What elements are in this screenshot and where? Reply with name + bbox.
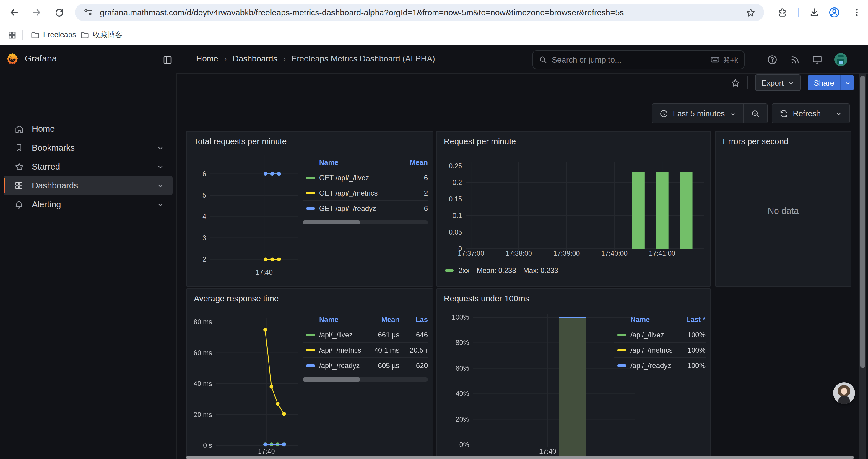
news-button[interactable] [788, 53, 801, 66]
panel-title[interactable]: Requests under 100ms [444, 294, 529, 303]
time-range-picker[interactable]: Last 5 minutes [652, 104, 743, 123]
bookmark-star-icon[interactable] [746, 7, 756, 18]
legend-row[interactable]: GET /api/_/metrics2 [303, 186, 428, 201]
kiosk-mode-button[interactable] [811, 53, 824, 66]
apps-grid-icon [7, 30, 16, 39]
legend-scrollbar[interactable] [303, 378, 428, 382]
legend-row[interactable]: /api/_/livez100% [614, 327, 706, 342]
svg-text:0.1: 0.1 [453, 212, 462, 220]
url-input[interactable]: grafana.mathmast.com/d/deytv4rwavabkb/fr… [100, 8, 746, 17]
user-avatar[interactable] [834, 53, 847, 66]
svg-text:17:37:00: 17:37:00 [458, 250, 484, 257]
forward-button[interactable] [30, 5, 44, 20]
monitor-icon [812, 54, 823, 65]
panel-title[interactable]: Average response time [194, 294, 279, 303]
svg-text:80%: 80% [456, 339, 469, 347]
extensions-button[interactable] [775, 5, 789, 20]
folder-icon [80, 30, 89, 39]
grafana-app: Grafana Home › Dashboards › Freeleaps Me… [0, 45, 868, 459]
svg-text:0.25: 0.25 [449, 162, 462, 170]
sidebar-item-home[interactable]: Home [4, 119, 173, 138]
site-info-icon[interactable] [83, 8, 93, 17]
dashboards-grid-icon [14, 181, 25, 190]
refresh-interval-button[interactable] [828, 104, 849, 123]
svg-text:3: 3 [203, 234, 206, 242]
area-chart[interactable]: 100%80%60%40%20%0%17:40 [442, 311, 641, 459]
export-button[interactable]: Export [755, 74, 801, 91]
legend-swatch [306, 176, 315, 179]
svg-text:6: 6 [203, 170, 206, 178]
reload-button[interactable] [52, 5, 66, 20]
panel-title[interactable]: Errors per second [723, 136, 788, 146]
panel-title[interactable]: Request per minute [444, 136, 516, 146]
back-button[interactable] [7, 5, 21, 20]
rss-icon [790, 55, 800, 65]
favorite-star-icon[interactable] [730, 78, 740, 88]
chevron-down-icon [836, 110, 842, 117]
bookmark-folder-blogs[interactable]: 收藏博客 [80, 29, 122, 41]
legend-scrollbar[interactable] [303, 220, 428, 225]
legend-row[interactable]: /api/_/livez661 µs646 [303, 327, 428, 342]
timeseries-chart[interactable]: 6543217:40 [193, 154, 305, 284]
breadcrumb: Home › Dashboards › Freeleaps Metrics Da… [196, 54, 435, 63]
profile-button[interactable] [827, 5, 841, 20]
breadcrumb-home[interactable]: Home [196, 54, 218, 63]
legend-row[interactable]: /api/_/metrics40.1 ms20.5 r [303, 342, 428, 358]
chevron-down-icon[interactable] [157, 144, 164, 152]
share-button[interactable]: Share [808, 75, 840, 90]
legend-swatch [306, 349, 315, 351]
sidebar-toggle-button[interactable] [161, 53, 174, 66]
bar-chart[interactable]: 0.250.20.150.10.05017:37:0017:38:0017:39… [441, 154, 707, 272]
back-icon [9, 7, 20, 18]
chevron-down-icon[interactable] [157, 182, 164, 189]
scrollbar-thumb[interactable] [860, 76, 865, 368]
share-button-group: Share [808, 75, 854, 90]
horizontal-scrollbar[interactable] [186, 456, 854, 459]
sidebar-item-alerting[interactable]: Alerting [4, 195, 173, 214]
timeseries-chart[interactable]: 80 ms60 ms40 ms20 ms0 s17:40 [193, 311, 305, 459]
sidebar-item-starred[interactable]: Starred [4, 157, 173, 176]
vertical-scrollbar[interactable] [859, 73, 866, 459]
chevron-down-icon[interactable] [157, 163, 164, 170]
time-controls: Last 5 minutes Refresh [652, 103, 850, 124]
legend-header: NameMeanLas [303, 313, 428, 327]
help-button[interactable] [766, 53, 779, 66]
legend-row[interactable]: GET /api/_/readyz6 [303, 201, 428, 216]
address-bar[interactable]: grafana.mathmast.com/d/deytv4rwavabkb/fr… [75, 4, 764, 21]
svg-text:4: 4 [203, 213, 206, 220]
share-menu-button[interactable] [840, 75, 854, 90]
no-data-label: No data [716, 205, 851, 216]
svg-text:20%: 20% [456, 416, 469, 423]
actions-divider [747, 76, 748, 89]
browser-menu-button[interactable] [850, 5, 864, 20]
bookmark-folder-freeleaps[interactable]: Freeleaps [31, 29, 76, 41]
search-input[interactable]: Search or jump to... ⌘+k [532, 50, 745, 69]
dashboard-actions: Export Share [730, 75, 854, 90]
legend-row[interactable]: /api/_/readyz605 µs620 [303, 358, 428, 373]
chart-legend[interactable]: 2xx Mean: 0.233 Max: 0.233 [445, 266, 558, 275]
sidebar-item-label: Alerting [32, 200, 61, 209]
legend-row[interactable]: /api/_/readyz100% [614, 358, 706, 373]
profile-icon [829, 6, 840, 18]
apps-button[interactable] [5, 28, 19, 42]
clock-icon [659, 109, 668, 118]
brand-title[interactable]: Grafana [25, 53, 57, 63]
panel-title[interactable]: Total requests per minute [194, 136, 286, 146]
legend-swatch [617, 364, 626, 366]
legend-row[interactable]: GET /api/_/livez6 [303, 170, 428, 186]
sidebar-item-dashboards[interactable]: Dashboards [4, 176, 173, 195]
legend-row[interactable]: /api/_/metrics100% [614, 342, 706, 358]
panel-request-per-minute: Request per minute 0.250.20.150.10.05017… [436, 131, 711, 287]
sidebar-item-bookmarks[interactable]: Bookmarks [4, 138, 173, 157]
svg-text:17:41:00: 17:41:00 [649, 250, 675, 257]
zoom-out-button[interactable] [743, 104, 767, 123]
bookmark-label: Freeleaps [43, 31, 76, 39]
refresh-button[interactable]: Refresh [772, 104, 828, 123]
chevron-down-icon[interactable] [157, 201, 164, 208]
downloads-button[interactable] [807, 5, 821, 20]
legend-header: NameMean [303, 155, 428, 170]
breadcrumb-dashboards[interactable]: Dashboards [232, 54, 277, 63]
kebab-menu-icon [852, 8, 862, 17]
bookmarks-bar: Freeleaps 收藏博客 [0, 25, 868, 45]
floating-avatar[interactable] [833, 382, 855, 404]
